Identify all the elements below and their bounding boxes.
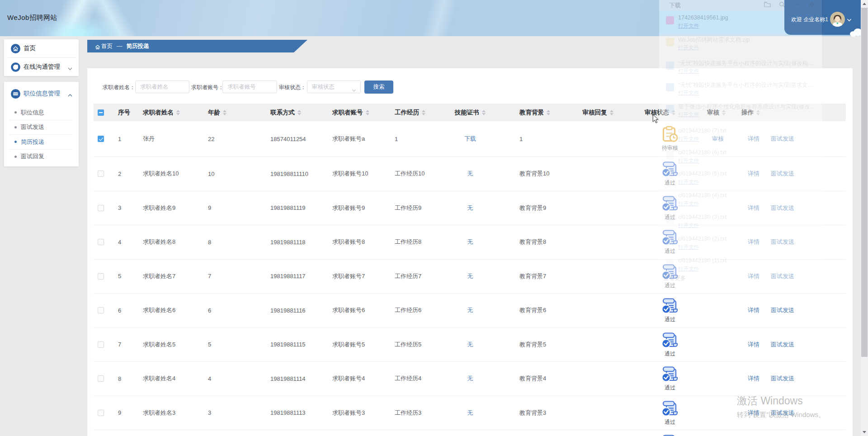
applicant-account-input[interactable] (222, 81, 277, 93)
sort-icon[interactable] (610, 110, 613, 115)
open-file-link[interactable]: 打开文件 (678, 222, 699, 229)
cell-certificate: 无 (445, 430, 495, 436)
row-checkbox[interactable] (98, 136, 104, 142)
open-file-link[interactable]: 打开文件 (678, 157, 699, 164)
column-header-label: 年龄 (208, 109, 220, 117)
row-checkbox[interactable] (98, 307, 104, 313)
chevron-down-icon[interactable] (847, 16, 852, 21)
passed-icon: 通过 (661, 365, 679, 392)
detail-link[interactable]: 详情 (748, 306, 760, 314)
column-header[interactable]: 求职者姓名 (138, 104, 203, 121)
row-checkbox[interactable] (98, 171, 104, 177)
cell-index: 8 (113, 362, 138, 396)
column-header-label: 教育背景 (519, 109, 544, 117)
see-more-link[interactable]: 查看更多 (663, 275, 686, 282)
column-header[interactable]: 联系方式 (266, 104, 328, 121)
row-checkbox[interactable] (98, 273, 104, 280)
sidebar-subitem-2[interactable]: 面试发送 (4, 120, 79, 135)
open-file-link[interactable]: 打开文件 (678, 68, 699, 75)
file-txt-icon (666, 194, 674, 202)
breadcrumb-home[interactable]: 首页 (101, 43, 113, 50)
download-link[interactable]: 下载 (464, 135, 476, 143)
row-checkbox[interactable] (98, 341, 104, 348)
column-header[interactable]: 求职者账号 (328, 104, 390, 121)
download-item[interactable]: WeJob招聘网站需求文档.zip打开文件 (659, 36, 822, 57)
none-link[interactable]: 无 (467, 341, 473, 349)
open-file-link[interactable]: 打开文件 (678, 244, 699, 251)
cell-name: 求职者姓名6 (138, 294, 203, 327)
column-header[interactable]: 审核回复 (563, 104, 633, 121)
open-file-link[interactable]: 打开文件 (678, 23, 699, 29)
row-checkbox[interactable] (98, 239, 104, 245)
folder-icon[interactable] (764, 1, 771, 8)
row-checkbox[interactable] (98, 205, 104, 211)
scroll-down-button[interactable] (861, 428, 868, 436)
review-status-select[interactable]: 审核状态 (307, 81, 361, 93)
open-file-link[interactable]: 打开文件 (678, 265, 699, 272)
interview-send-link[interactable]: 面试发送 (771, 306, 794, 314)
column-header[interactable]: 技能证书 (445, 104, 495, 121)
cell-education: 教育背景3 (495, 396, 563, 430)
none-link[interactable]: 无 (467, 374, 473, 383)
search-icon[interactable] (779, 1, 785, 8)
sidebar-item-job-management[interactable]: 职位信息管理 (4, 82, 79, 105)
search-button[interactable]: 搜索 (364, 81, 393, 94)
row-checkbox[interactable] (98, 375, 104, 382)
column-header[interactable]: 教育背景 (495, 104, 563, 121)
download-item[interactable]: cl019442180 (5).txt打开文件 (659, 170, 822, 192)
none-link[interactable]: 无 (467, 238, 473, 246)
detail-link[interactable]: 详情 (748, 374, 760, 383)
more-icon[interactable] (793, 1, 801, 8)
row-checkbox[interactable] (98, 410, 104, 416)
cell-reply (563, 430, 633, 436)
column-header[interactable]: 年龄 (203, 104, 266, 121)
page-scrollbar[interactable] (861, 0, 868, 436)
download-item[interactable]: “无忧”校园快递服务平台小程序的设计与实现(修改稿…打开文件 (659, 59, 822, 81)
none-link[interactable]: 无 (467, 306, 473, 314)
column-header-label: 联系方式 (270, 109, 295, 117)
sort-icon[interactable] (482, 110, 486, 115)
sort-icon[interactable] (223, 110, 226, 115)
sort-icon[interactable] (422, 110, 425, 115)
scroll-up-button[interactable] (861, 0, 868, 8)
download-item[interactable]: 基于微信小程序个性化电影推荐系统设计与实现(修改…打开文件 (659, 103, 822, 124)
column-header[interactable]: 工作经历 (390, 104, 445, 121)
detail-link[interactable]: 详情 (748, 341, 760, 349)
open-file-link[interactable]: 打开文件 (678, 111, 699, 118)
interview-send-link[interactable]: 面试发送 (771, 374, 794, 383)
select-all-checkbox[interactable] (98, 109, 104, 116)
interview-send-link[interactable]: 面试发送 (771, 341, 794, 349)
sort-icon[interactable] (176, 110, 180, 115)
download-item[interactable]: cl019442180 (7).txt打开文件 (659, 127, 822, 149)
none-link[interactable]: 无 (467, 409, 473, 417)
download-item[interactable]: cl019442180 (2).txt打开文件 (659, 235, 822, 257)
user-avatar[interactable] (830, 12, 845, 27)
sort-icon[interactable] (547, 110, 550, 115)
open-file-link[interactable]: 打开文件 (678, 90, 699, 96)
sort-icon[interactable] (366, 110, 369, 115)
open-file-link[interactable]: 打开文件 (678, 200, 699, 207)
status-label: 通过 (665, 384, 675, 392)
sidebar-subitem-4[interactable]: 面试回复 (4, 150, 79, 164)
download-item[interactable]: cl019442180 (3).txt打开文件 (659, 213, 822, 235)
sidebar-subitem-3[interactable]: 简历投递 (4, 135, 79, 149)
applicant-name-input[interactable] (135, 81, 189, 93)
sidebar-item-communication[interactable]: 在线沟通管理 (4, 58, 79, 76)
open-file-link[interactable]: 打开文件 (678, 44, 699, 51)
cell-phone: 19819881119 (266, 191, 328, 225)
open-file-link[interactable]: 打开文件 (678, 179, 699, 185)
download-item[interactable]: cl019442180 (4).txt打开文件 (659, 192, 822, 213)
open-file-link[interactable]: 打开文件 (678, 136, 699, 142)
pin-icon[interactable] (808, 1, 815, 8)
none-link[interactable]: 无 (467, 170, 473, 178)
download-item[interactable]: “无忧”校园快递服务平台小程序的设计与实现|需求文…打开文件 (659, 81, 822, 103)
sidebar-item-home[interactable]: 首页 (4, 39, 79, 57)
scrollbar-thumb[interactable] (861, 8, 868, 357)
download-item[interactable]: cl019442180 (6).txt打开文件 (659, 149, 822, 171)
none-link[interactable]: 无 (467, 272, 473, 280)
sidebar-subitem-1[interactable]: 职位信息 (4, 105, 79, 120)
sort-icon[interactable] (297, 110, 301, 115)
none-link[interactable]: 无 (467, 204, 473, 212)
cell-index: 2 (113, 157, 138, 191)
cell-phone: 19819881112 (266, 430, 328, 436)
